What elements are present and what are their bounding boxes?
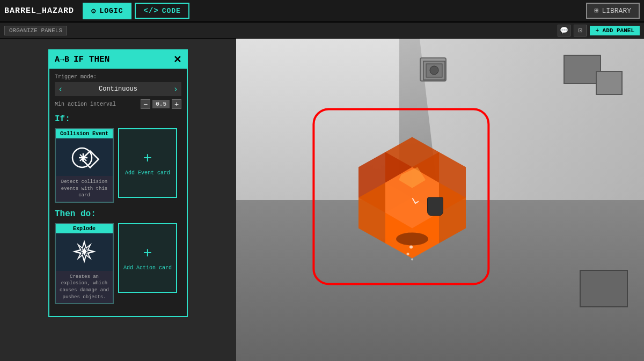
add-event-card-button[interactable]: + Add Event card (118, 128, 177, 198)
interval-row: Min action interval − 0.5 + (55, 99, 181, 109)
chat-icon-button[interactable]: 💬 (558, 25, 570, 36)
code-icon: </> (143, 6, 158, 15)
svg-point-22 (407, 253, 409, 255)
then-header: Then do: (55, 209, 181, 219)
then-cards-grid: Explode (55, 223, 181, 304)
trigger-mode-label: Trigger mode: (55, 74, 181, 80)
ifthen-header: A→B IF THEN ✕ (49, 50, 187, 69)
expand-icon-button[interactable]: ⊡ (574, 25, 587, 36)
if-header: If: (55, 114, 181, 124)
barrel-object (342, 131, 482, 268)
explode-icon (70, 237, 99, 267)
add-event-plus-icon: + (143, 150, 152, 167)
collision-event-icon-area (56, 138, 113, 176)
collision-icon (67, 143, 102, 172)
barrel-cap-object (427, 197, 443, 216)
add-action-label: Add Action card (123, 265, 172, 271)
svg-point-23 (411, 258, 413, 260)
trigger-value: Continuous (99, 85, 137, 93)
svg-point-21 (409, 245, 413, 248)
gear-svg (421, 58, 448, 83)
trigger-next-button[interactable]: › (174, 84, 177, 94)
library-label: LIBRARY (602, 7, 631, 15)
trigger-mode-section: Trigger mode: ‹ Continuous › Min action … (55, 74, 181, 109)
ifthen-body: Trigger mode: ‹ Continuous › Min action … (49, 69, 187, 316)
add-event-label: Add Event card (125, 170, 170, 176)
second-bar-right: 💬 ⊡ + ADD PANEL (558, 25, 640, 36)
library-icon: ⊞ (595, 6, 599, 15)
second-bar: ORGANIZE PANELS 💬 ⊡ + ADD PANEL (0, 23, 644, 39)
add-action-card-button[interactable]: + Add Action card (118, 223, 177, 293)
then-section: Then do: Explode (55, 209, 181, 304)
add-panel-button[interactable]: + ADD PANEL (590, 26, 640, 35)
interval-value: 0.5 (152, 100, 170, 108)
ifthen-title: A→B IF THEN (55, 55, 109, 64)
ab-icon: A→B (55, 55, 69, 64)
organize-panels-button[interactable]: ORGANIZE PANELS (4, 26, 67, 35)
ifthen-close-button[interactable]: ✕ (173, 54, 181, 65)
ifthen-card: A→B IF THEN ✕ Trigger mode: ‹ Continuous… (48, 49, 188, 317)
library-button[interactable]: ⊞ LIBRARY (586, 3, 640, 19)
interval-label: Min action interval (55, 101, 116, 107)
interval-controls: − 0.5 + (141, 99, 181, 109)
scene-object-box2 (596, 71, 623, 95)
main-area: A→B IF THEN ✕ Trigger mode: ‹ Continuous… (0, 39, 644, 361)
app-title: BARREL_HAZARD (4, 6, 74, 16)
tab-logic[interactable]: ⚙ LOGIC (83, 3, 131, 19)
add-action-plus-icon: + (143, 245, 152, 262)
svg-point-20 (396, 232, 428, 245)
interval-decrease-button[interactable]: − (141, 99, 150, 109)
explode-icon-area (56, 233, 113, 271)
tab-code-label: CODE (162, 7, 181, 15)
left-panel: A→B IF THEN ✕ Trigger mode: ‹ Continuous… (0, 39, 236, 361)
svg-point-11 (430, 66, 438, 75)
tab-code[interactable]: </> CODE (135, 3, 189, 19)
tab-logic-label: LOGIC (99, 7, 123, 15)
collision-event-card[interactable]: Collision Event (55, 128, 114, 203)
scene-object-box3 (580, 270, 628, 307)
explode-card[interactable]: Explode (55, 223, 114, 304)
collision-event-card-header: Collision Event (56, 129, 113, 138)
top-bar: BARREL_HAZARD ⚙ LOGIC </> CODE ⊞ LIBRARY (0, 0, 644, 23)
ifthen-title-text: IF THEN (74, 55, 109, 64)
explode-card-header: Explode (56, 224, 113, 233)
scene-gear-object (420, 57, 447, 82)
trigger-row: ‹ Continuous › (55, 82, 181, 96)
explode-description: Creates an explosion, which causes damag… (56, 271, 113, 303)
interval-increase-button[interactable]: + (172, 99, 181, 109)
collision-event-description: Detect collision events with this card (56, 176, 113, 202)
trigger-prev-button[interactable]: ‹ (59, 84, 62, 94)
if-section: If: Collision Event (55, 114, 181, 203)
if-cards-grid: Collision Event (55, 128, 181, 203)
right-panel-viewport (236, 39, 644, 361)
gear-icon: ⚙ (91, 6, 96, 16)
